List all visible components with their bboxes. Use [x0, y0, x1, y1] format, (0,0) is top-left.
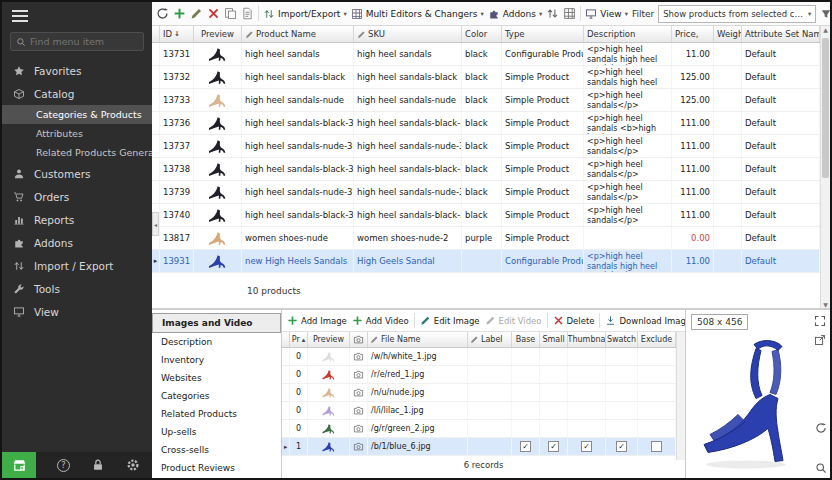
tab-related-products[interactable]: Related Products — [152, 405, 281, 423]
menu-hamburger-icon[interactable] — [12, 10, 28, 22]
header-type[interactable]: Type — [502, 26, 584, 42]
header-product-name[interactable]: Product Name — [242, 26, 354, 42]
tab-cross-sells[interactable]: Cross-sells — [152, 441, 281, 459]
sidebar-collapse-handle[interactable]: ◂ — [152, 212, 159, 236]
header-priority[interactable]: Pr▴ — [290, 332, 308, 347]
thumbnail-checkbox[interactable]: ✓ — [581, 441, 592, 452]
row-expander-icon[interactable]: ▸ — [282, 438, 290, 455]
fullscreen-icon[interactable] — [814, 315, 826, 327]
image-row[interactable]: 0 /g/r/green_2.jpg — [282, 420, 676, 438]
sidebar-item-tools[interactable]: Tools — [2, 277, 152, 300]
tab-websites[interactable]: Websites — [152, 369, 281, 387]
paste-icon[interactable] — [241, 7, 254, 20]
header-label[interactable]: Label — [468, 332, 512, 347]
multi-editors-button[interactable]: Multi Editors & Changers ▾ — [351, 8, 484, 20]
header-image-preview[interactable]: Preview — [308, 332, 350, 347]
edit-image-button[interactable]: Edit Image — [420, 315, 480, 326]
sidebar-search-input[interactable] — [30, 36, 138, 47]
row-expander-icon[interactable]: ▸ — [152, 250, 160, 272]
edit-video-button[interactable]: Edit Video — [485, 315, 542, 326]
tab-categories[interactable]: Categories — [152, 387, 281, 405]
product-row[interactable]: 13736 high heel sandals-black-36 high he… — [152, 112, 820, 135]
sidebar-item-attributes[interactable]: Attributes — [2, 124, 152, 143]
view-button[interactable]: View ▾ — [585, 8, 628, 20]
sidebar-item-customers[interactable]: Customers — [2, 162, 152, 185]
image-row-selected[interactable]: ▸ 1 /b/1/blue_6.jpg ✓ ✓ ✓ ✓ — [282, 438, 676, 456]
sidebar-item-catalog[interactable]: Catalog — [2, 82, 152, 105]
add-product-icon[interactable] — [173, 7, 186, 20]
delete-product-icon[interactable] — [207, 7, 220, 20]
product-row[interactable]: 13740 high heel sandals-black-38 high he… — [152, 204, 820, 227]
filter-select[interactable]: Show products from selected categories ▾ — [658, 5, 816, 23]
sidebar-item-categories-products[interactable]: Categories & Products — [2, 105, 152, 124]
header-attribute-set[interactable]: Attribute Set Name — [742, 26, 820, 42]
store-manager-logo-button[interactable] — [2, 452, 36, 478]
column-settings-icon[interactable] — [563, 7, 576, 20]
sidebar-item-addons[interactable]: Addons — [2, 231, 152, 254]
header-exclude[interactable]: Exclude — [638, 332, 676, 347]
tab-inventory[interactable]: Inventory — [152, 351, 281, 369]
edit-product-icon[interactable] — [190, 7, 203, 20]
header-id[interactable]: ID↓ — [160, 26, 194, 42]
product-row[interactable]: 13817 women shoes-nude women shoes-nude-… — [152, 227, 820, 250]
sidebar-item-favorites[interactable]: Favorites — [2, 59, 152, 82]
header-sku[interactable]: SKU — [354, 26, 462, 42]
refresh-icon[interactable] — [156, 7, 169, 20]
tab-images-and-video[interactable]: Images and Video — [152, 313, 281, 333]
image-row[interactable]: 0 /n/u/nude.jpg — [282, 384, 676, 402]
scroll-up-icon[interactable]: ▲ — [823, 26, 828, 33]
sidebar-item-view[interactable]: View — [2, 300, 152, 323]
tab-up-sells[interactable]: Up-sells — [152, 423, 281, 441]
tab-product-reviews[interactable]: Product Reviews — [152, 459, 281, 477]
download-image-button[interactable]: Download Image — [605, 315, 685, 326]
header-description[interactable]: Description — [584, 26, 672, 42]
rotate-icon[interactable] — [815, 422, 827, 434]
sidebar-item-reports[interactable]: Reports — [2, 208, 152, 231]
sidebar-item-orders[interactable]: Orders — [2, 185, 152, 208]
copy-icon[interactable] — [224, 7, 237, 20]
product-row[interactable]: 13737 high heel sandals-nude-36 high hee… — [152, 135, 820, 158]
filters-button[interactable]: Filters ▾ — [820, 8, 830, 20]
delete-image-button[interactable]: Delete — [553, 315, 595, 326]
add-image-button[interactable]: Add Image — [287, 315, 347, 326]
sidebar-item-related-products-generator[interactable]: Related Products Generator — [2, 143, 152, 162]
tab-description[interactable]: Description — [152, 333, 281, 351]
scroll-down-icon[interactable]: ▼ — [821, 301, 830, 308]
header-file-name[interactable]: File Name — [368, 332, 468, 347]
header-swatch[interactable]: Swatch — [606, 332, 638, 347]
header-thumbnail[interactable]: Thumbna — [568, 332, 606, 347]
gear-icon[interactable] — [126, 458, 140, 472]
header-color[interactable]: Color — [462, 26, 502, 42]
zoom-icon[interactable] — [815, 462, 827, 474]
small-checkbox[interactable]: ✓ — [548, 441, 559, 452]
header-price[interactable]: Price, — [672, 26, 714, 42]
product-row[interactable]: 13738 high heel sandals-black-37 high he… — [152, 158, 820, 181]
product-row-selected[interactable]: ▸ 13931 new High Heels Sandals High Geel… — [152, 250, 820, 273]
product-row[interactable]: 13732 high heel sandals-black high heel … — [152, 66, 820, 89]
product-row[interactable]: 13731 high heel sandals high heel sandal… — [152, 43, 820, 66]
header-base[interactable]: Base — [512, 332, 540, 347]
image-row[interactable]: 0 /l/i/lilac_1.jpg — [282, 402, 676, 420]
lock-icon[interactable] — [91, 458, 105, 472]
product-row[interactable]: 13733 high heel sandals-nude high heel s… — [152, 89, 820, 112]
base-checkbox[interactable]: ✓ — [520, 441, 531, 452]
header-camera[interactable] — [350, 332, 368, 347]
images-scrollbar[interactable] — [676, 332, 685, 460]
header-weight[interactable]: Weight — [714, 26, 742, 42]
product-row[interactable]: 13739 high heel sandals-nude-37 high hee… — [152, 181, 820, 204]
sort-columns-icon[interactable] — [546, 7, 559, 20]
scrollbar-thumb[interactable] — [822, 38, 829, 178]
image-row[interactable]: 0 /r/e/red_1.jpg — [282, 366, 676, 384]
swatch-checkbox[interactable]: ✓ — [616, 441, 627, 452]
header-small[interactable]: Small — [540, 332, 568, 347]
grid-scrollbar[interactable]: ▲ ▼ — [820, 26, 830, 308]
image-row[interactable]: 0 /w/h/white_1.jpg — [282, 348, 676, 366]
sidebar-search[interactable] — [10, 32, 144, 51]
exclude-checkbox[interactable] — [651, 441, 662, 452]
help-icon[interactable]: ? — [57, 459, 70, 472]
sidebar-item-import-export[interactable]: Import / Export — [2, 254, 152, 277]
import-export-button[interactable]: Import/Export ▾ — [263, 8, 347, 20]
add-video-button[interactable]: Add Video — [352, 315, 409, 326]
header-preview[interactable]: Preview — [194, 26, 242, 42]
addons-button[interactable]: Addons ▾ — [488, 8, 543, 20]
